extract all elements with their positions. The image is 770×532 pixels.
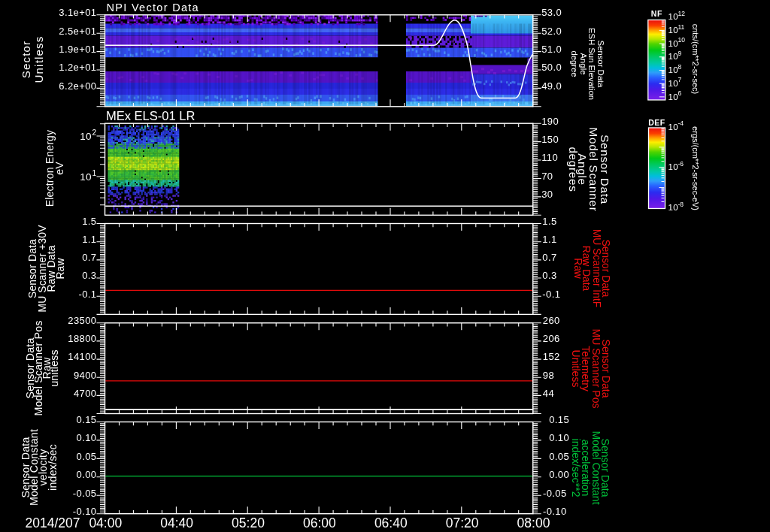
svg-text:-6: -6 [678,160,684,168]
svg-text:10: 10 [668,26,678,35]
svg-text:0.15: 0.15 [77,414,97,425]
svg-text:10: 10 [668,12,678,21]
svg-text:9400: 9400 [74,370,97,381]
svg-text:10: 10 [668,162,678,171]
svg-text:Unitless: Unitless [32,36,45,83]
svg-text:Sensor Data: Sensor Data [599,439,611,497]
svg-text:0.05: 0.05 [549,451,569,462]
svg-text:1.1: 1.1 [82,234,96,245]
svg-text:0.3: 0.3 [542,270,556,281]
svg-text:7: 7 [678,76,682,83]
svg-text:1.5: 1.5 [82,216,96,227]
svg-text:18800: 18800 [68,333,96,344]
svg-text:acceleration: acceleration [580,440,592,497]
svg-text:Sensor Data: Sensor Data [599,135,611,204]
svg-text:50.0: 50.0 [541,62,562,73]
svg-text:Model Scanner: Model Scanner [587,128,600,212]
svg-text:cnts/(cm**2-sr-sec): cnts/(cm**2-sr-sec) [691,24,700,95]
svg-text:4700: 4700 [74,388,97,399]
svg-text:70: 70 [541,171,553,182]
svg-text:8: 8 [678,63,682,71]
svg-text:10: 10 [668,65,678,74]
svg-text:260: 260 [543,315,560,326]
svg-text:-0.10: -0.10 [73,506,97,517]
svg-text:unitless: unitless [48,349,60,387]
svg-text:-0.05: -0.05 [543,488,567,499]
svg-text:0.00: 0.00 [549,469,569,480]
svg-text:-4: -4 [678,119,684,127]
svg-text:ESH Sun Elevation: ESH Sun Elevation [587,28,596,100]
svg-text:0.3: 0.3 [82,270,96,281]
svg-text:Angle: Angle [579,53,588,75]
svg-text:0.15: 0.15 [549,414,569,425]
svg-text:eV: eV [53,162,65,175]
svg-text:degree: degree [570,50,579,77]
svg-text:6.2e+00: 6.2e+00 [59,80,96,92]
svg-text:2.5e+01: 2.5e+01 [59,26,96,37]
svg-text:0.10: 0.10 [77,432,97,443]
svg-text:10: 10 [668,203,678,212]
svg-text:98: 98 [543,370,554,381]
svg-text:2: 2 [92,128,96,137]
svg-text:Sensor Data: Sensor Data [600,240,611,298]
svg-text:0.7: 0.7 [82,252,96,263]
svg-text:14100: 14100 [68,351,96,362]
svg-text:NPI Vector Data: NPI Vector Data [107,2,199,14]
svg-text:10: 10 [80,131,92,142]
svg-text:44: 44 [543,388,554,399]
svg-text:10: 10 [668,122,678,131]
svg-text:0.05: 0.05 [77,451,97,462]
svg-text:05:20: 05:20 [232,515,265,530]
svg-text:1.5: 1.5 [542,216,556,227]
svg-text:206: 206 [543,333,560,344]
svg-text:23500: 23500 [68,315,96,326]
svg-text:06:00: 06:00 [303,515,336,530]
svg-text:152: 152 [543,351,560,362]
svg-text:30: 30 [541,189,553,200]
svg-text:9: 9 [678,50,682,57]
svg-text:3.1e+01: 3.1e+01 [59,7,96,18]
svg-text:06:40: 06:40 [374,515,408,530]
svg-text:Sensor Data: Sensor Data [600,340,612,398]
svg-text:52.0: 52.0 [541,26,562,37]
svg-text:0.10: 0.10 [549,432,569,443]
svg-text:1.2e+01: 1.2e+01 [59,62,96,73]
svg-text:12: 12 [678,10,686,17]
svg-text:10: 10 [678,36,686,44]
svg-text:51.0: 51.0 [541,44,562,55]
svg-text:10: 10 [668,79,678,88]
svg-text:11: 11 [678,23,685,31]
svg-text:04:00: 04:00 [89,515,122,530]
svg-text:10: 10 [668,52,678,61]
svg-text:150: 150 [541,134,559,145]
svg-text:-0.1: -0.1 [78,289,96,300]
svg-text:2014/207: 2014/207 [26,515,80,530]
svg-text:-0.10: -0.10 [543,506,567,517]
svg-text:1.1: 1.1 [542,234,556,245]
svg-text:6: 6 [678,89,682,97]
svg-text:Sector: Sector [20,41,32,79]
svg-text:10: 10 [668,92,678,101]
svg-text:Angle: Angle [576,153,589,186]
svg-text:1.9e+01: 1.9e+01 [59,44,96,55]
svg-text:Raw: Raw [55,258,66,279]
svg-text:-0.05: -0.05 [73,488,97,499]
svg-text:0.7: 0.7 [542,252,556,263]
svg-text:190: 190 [541,116,559,127]
svg-text:ergs/(cm**2-sr-sec-eV): ergs/(cm**2-sr-sec-eV) [691,126,700,210]
svg-text:DEF: DEF [648,118,665,127]
svg-text:-0.1: -0.1 [542,289,560,300]
svg-text:08:00: 08:00 [517,515,550,530]
svg-text:110: 110 [541,152,558,163]
svg-text:1: 1 [92,169,96,177]
svg-text:Sensor Data: Sensor Data [596,41,605,89]
svg-text:index/sec: index/sec [47,444,59,491]
svg-text:0.00: 0.00 [77,469,97,480]
svg-text:04:40: 04:40 [160,515,193,530]
svg-text:MEx ELS-01 LR: MEx ELS-01 LR [106,109,195,122]
svg-text:53.0: 53.0 [541,7,562,18]
svg-text:07:20: 07:20 [446,515,479,530]
svg-text:-8: -8 [678,201,684,208]
svg-text:10: 10 [80,171,92,183]
svg-text:Raw Data: Raw Data [581,246,592,292]
